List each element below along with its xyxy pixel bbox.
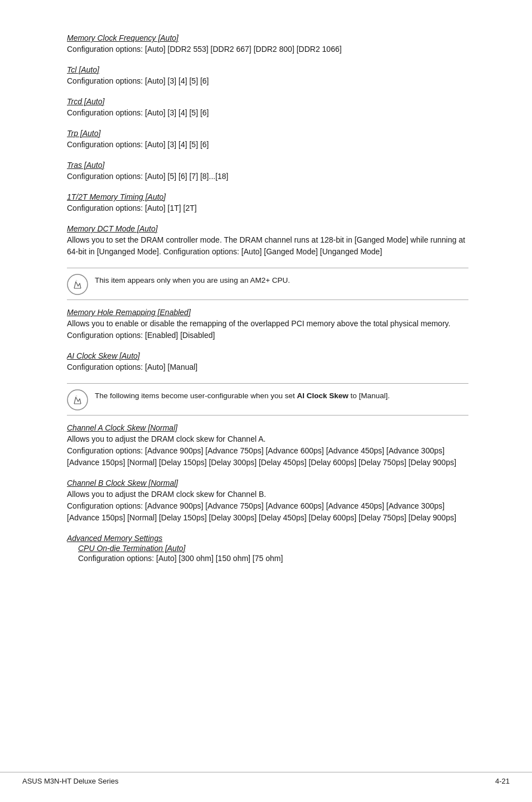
cpu-termination-desc: Configuration options: [Auto] [300 ohm] …: [78, 554, 283, 563]
setting-title-tras: Tras [Auto]: [67, 161, 468, 170]
note1-text: This item appears only when you are usin…: [95, 273, 290, 286]
setting-title-channel-b: Channel B Clock Skew [Normal]: [67, 479, 468, 487]
advanced-memory-title: Advanced Memory Settings: [67, 534, 468, 543]
setting-desc-memory-hole: Allows you to enable or disable the rema…: [67, 319, 451, 340]
setting-title-ai-clock-skew: AI Clock Skew [Auto]: [67, 351, 468, 360]
page-container: Memory Clock Frequency [Auto] Configurat…: [0, 0, 532, 802]
setting-desc-memory-clock-freq: Configuration options: [Auto] [DDR2 553]…: [67, 45, 342, 54]
advanced-memory-settings: Advanced Memory Settings CPU On-die Term…: [67, 534, 468, 564]
content-area: Memory Clock Frequency [Auto] Configurat…: [67, 33, 468, 564]
footer-product-name: ASUS M3N-HT Deluxe Series: [22, 777, 118, 785]
note-box-am2plus: This item appears only when you are usin…: [67, 268, 468, 300]
setting-desc-memory-dct: Allows you to set the DRAM controller mo…: [67, 235, 465, 256]
pencil-note-icon-2: [67, 389, 88, 410]
setting-title-memory-dct: Memory DCT Mode [Auto]: [67, 224, 468, 233]
setting-desc-1t2t: Configuration options: [Auto] [1T] [2T]: [67, 204, 197, 212]
setting-tras: Tras [Auto] Configuration options: [Auto…: [67, 161, 468, 182]
setting-memory-dct: Memory DCT Mode [Auto] Allows you to set…: [67, 224, 468, 258]
setting-ai-clock-skew: AI Clock Skew [Auto] Configuration optio…: [67, 351, 468, 373]
setting-title-channel-a: Channel A Clock Skew [Normal]: [67, 423, 468, 432]
note2-text-before: The following items become user-configur…: [95, 392, 297, 400]
note-box-manual: The following items become user-configur…: [67, 383, 468, 416]
setting-memory-clock-freq: Memory Clock Frequency [Auto] Configurat…: [67, 33, 468, 55]
setting-desc-trp: Configuration options: [Auto] [3] [4] [5…: [67, 140, 209, 149]
setting-title-1t2t: 1T/2T Memory Timing [Auto]: [67, 192, 468, 201]
setting-1t2t: 1T/2T Memory Timing [Auto] Configuration…: [67, 192, 468, 214]
setting-desc-trcd: Configuration options: [Auto] [3] [4] [5…: [67, 108, 209, 117]
footer-page-number: 4-21: [495, 777, 510, 785]
setting-title-memory-hole: Memory Hole Remapping [Enabled]: [67, 308, 468, 317]
setting-tcl: Tcl [Auto] Configuration options: [Auto]…: [67, 65, 468, 87]
note2-text-after: to [Manual].: [349, 392, 390, 400]
note2-text: The following items become user-configur…: [95, 388, 390, 402]
cpu-termination-subsetting: CPU On-die Termination [Auto] Configurat…: [78, 544, 468, 564]
setting-title-memory-clock-freq: Memory Clock Frequency [Auto]: [67, 33, 468, 42]
setting-desc-ai-clock-skew: Configuration options: [Auto] [Manual]: [67, 363, 197, 371]
setting-trcd: Trcd [Auto] Configuration options: [Auto…: [67, 97, 468, 119]
setting-desc-channel-b: Allows you to adjust the DRAM clock skew…: [67, 490, 456, 522]
setting-trp: Trp [Auto] Configuration options: [Auto]…: [67, 129, 468, 151]
setting-desc-tcl: Configuration options: [Auto] [3] [4] [5…: [67, 76, 209, 85]
setting-title-trp: Trp [Auto]: [67, 129, 468, 138]
note2-bold: AI Clock Skew: [297, 392, 348, 400]
setting-desc-channel-a: Allows you to adjust the DRAM clock skew…: [67, 434, 456, 467]
pencil-note-icon: [67, 274, 88, 295]
setting-channel-a: Channel A Clock Skew [Normal] Allows you…: [67, 423, 468, 468]
setting-memory-hole: Memory Hole Remapping [Enabled] Allows y…: [67, 308, 468, 341]
setting-channel-b: Channel B Clock Skew [Normal] Allows you…: [67, 479, 468, 524]
setting-title-tcl: Tcl [Auto]: [67, 65, 468, 74]
cpu-termination-label: CPU On-die Termination [Auto]: [78, 544, 468, 553]
setting-title-trcd: Trcd [Auto]: [67, 97, 468, 106]
page-footer: ASUS M3N-HT Deluxe Series 4-21: [0, 772, 532, 785]
setting-desc-tras: Configuration options: [Auto] [5] [6] [7…: [67, 172, 229, 181]
